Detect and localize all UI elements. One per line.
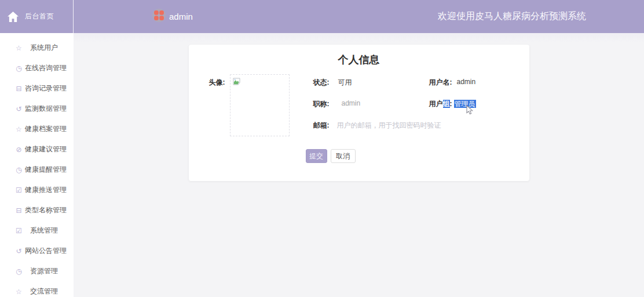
sidebar-item-health-archives[interactable]: ☆ 健康档案管理: [0, 119, 74, 139]
cancel-button[interactable]: 取消: [331, 149, 356, 163]
mouse-cursor-icon: [466, 105, 474, 117]
status-value: 可用: [338, 78, 352, 88]
profile-card: 个人信息 头像: 状态: 可用 职称: admin 邮箱:: [189, 45, 529, 181]
home-icon: [8, 12, 19, 22]
clock-icon: ◷: [15, 166, 23, 174]
sidebar-item-communication[interactable]: ☆ 交流管理: [0, 281, 74, 297]
sidebar-item-health-reminder[interactable]: ◷ 健康提醒管理: [0, 160, 74, 180]
user-group-label-selected-text: 组: [443, 100, 450, 108]
star-icon: ☆: [15, 288, 23, 296]
history-icon: ↺: [15, 105, 23, 113]
email-field[interactable]: [337, 120, 464, 131]
broken-image-icon: [233, 77, 240, 88]
avatar-label: 头像:: [189, 78, 225, 88]
sidebar: ☆ 系统用户 ◷ 在线咨询管理 ⊟ 咨询记录管理 ↺ 监测数据管理 ☆ 健康档案…: [0, 33, 74, 297]
user-group-label: 用户组:: [403, 99, 452, 109]
sidebar-item-resources[interactable]: ◷ 资源管理: [0, 261, 74, 281]
sidebar-item-online-consult[interactable]: ◷ 在线咨询管理: [0, 58, 74, 78]
sidebar-item-health-advice[interactable]: ⊘ 健康建议管理: [0, 139, 74, 160]
email-label: 邮箱:: [276, 121, 330, 131]
clock-icon: ◷: [15, 267, 23, 276]
home-nav-button[interactable]: 后台首页: [0, 0, 74, 33]
main-content: 个人信息 头像: 状态: 可用 职称: admin 邮箱:: [74, 33, 644, 297]
check-square-icon: ☑: [15, 227, 23, 235]
sidebar-item-system-users[interactable]: ☆ 系统用户: [0, 38, 74, 58]
sidebar-item-type-names[interactable]: ⊟ 类型名称管理: [0, 200, 74, 220]
status-label: 状态:: [276, 78, 330, 88]
sidebar-menu: ☆ 系统用户 ◷ 在线咨询管理 ⊟ 咨询记录管理 ↺ 监测数据管理 ☆ 健康档案…: [0, 33, 74, 297]
username-label: 用户名:: [403, 78, 452, 88]
sidebar-item-system-manage[interactable]: ☑ 系统管理: [0, 220, 74, 241]
clock-icon: ◷: [15, 64, 23, 73]
username-value: admin: [457, 78, 476, 86]
flower-logo-icon: [152, 9, 166, 24]
history-icon: ↺: [15, 247, 23, 255]
sidebar-item-monitor-data[interactable]: ↺ 监测数据管理: [0, 99, 74, 119]
page-title: 个人信息: [189, 53, 529, 67]
check-square-icon: ☑: [15, 186, 23, 194]
submit-button[interactable]: 提交: [306, 149, 327, 163]
brand[interactable]: admin: [152, 0, 193, 33]
sidebar-item-consult-records[interactable]: ⊟ 咨询记录管理: [0, 78, 74, 99]
welcome-banner: 欢迎使用皮马人糖尿病分析预测系统: [438, 0, 586, 33]
sidebar-item-site-announcements[interactable]: ↺ 网站公告管理: [0, 241, 74, 261]
brand-name: admin: [169, 12, 193, 21]
job-title-value: admin: [342, 99, 361, 107]
compass-icon: ⊘: [15, 146, 23, 154]
sidebar-item-health-push[interactable]: ☑ 健康推送管理: [0, 180, 74, 200]
job-title-label: 职称:: [276, 99, 330, 109]
star-icon: ☆: [15, 125, 23, 133]
calendar-icon: ⊟: [15, 85, 23, 93]
home-nav-label: 后台首页: [25, 12, 54, 21]
calendar-icon: ⊟: [15, 207, 23, 215]
app-window: 后台首页 admin 欢迎使用皮马人糖尿病分析预测系统 ☆ 系统用户: [0, 0, 644, 297]
top-bar: 后台首页 admin 欢迎使用皮马人糖尿病分析预测系统: [0, 0, 644, 33]
star-icon: ☆: [15, 44, 23, 52]
